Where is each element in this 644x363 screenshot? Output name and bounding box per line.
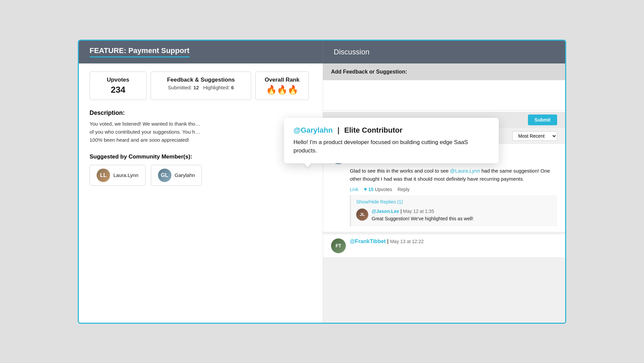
submit-button[interactable]: Submit bbox=[528, 115, 557, 125]
desc-italic: sooo bbox=[149, 137, 160, 143]
reply-date-1: May 12 at 1:35 bbox=[403, 209, 434, 214]
member-name-gary: Garylahn bbox=[175, 172, 195, 178]
popover-bio: Hello! I'm a product developer focused o… bbox=[293, 138, 489, 155]
reply-text-1: Great Suggestion! We've highlighted this… bbox=[372, 215, 552, 222]
highlighted-label: Highlighted: bbox=[203, 85, 230, 90]
feedback-header-label: Add Feedback or Suggestion: bbox=[331, 69, 407, 75]
comment-text-1: Glad to see this in the works and cool t… bbox=[350, 167, 557, 183]
rank-card: Overall Rank 🔥🔥🔥 bbox=[255, 72, 309, 100]
reply-sep-1: | bbox=[400, 209, 403, 214]
reply-button[interactable]: Reply bbox=[397, 187, 410, 192]
reply-content-1: @Jason.Lee | May 12 at 1:35 Great Sugges… bbox=[372, 209, 552, 222]
next-comment-sep: | bbox=[387, 238, 390, 244]
right-panel: Add Feedback or Suggestion: Submit Most … bbox=[323, 63, 565, 323]
description-section: Description: You voted, we listened! We … bbox=[90, 109, 312, 144]
desc-part2: of you who contributed your suggestions.… bbox=[90, 129, 195, 135]
left-panel: Upvotes 234 Feedback & Suggestions Submi… bbox=[79, 63, 323, 323]
upvote-count: 15 bbox=[368, 187, 374, 192]
comment-text-before: Glad to see this in the works and cool t… bbox=[350, 168, 450, 174]
link-button[interactable]: Link bbox=[350, 187, 359, 192]
app-container: FEATURE: Payment Support Discussion Upvo… bbox=[78, 40, 566, 324]
avatar-frank: FT bbox=[331, 238, 346, 253]
submitted-count: 12 bbox=[193, 85, 199, 90]
popover-title: @Garylahn | Elite Contributor bbox=[293, 126, 489, 135]
feedback-textarea[interactable] bbox=[323, 80, 565, 110]
discussion-title: Discussion bbox=[334, 48, 369, 56]
feedback-sub: Submitted: 12 Highlighted: 6 bbox=[158, 85, 244, 90]
next-comment-meta: @FrankTibbet | May 13 at 12:22 bbox=[350, 238, 424, 244]
reply-avatar-jason: JL bbox=[356, 209, 368, 221]
stats-row: Upvotes 234 Feedback & Suggestions Submi… bbox=[90, 72, 312, 100]
desc-part4: appreciated! bbox=[160, 137, 189, 143]
replies-section-1: Show/Hide Replies (1) JL @Jason.Lee | Ma… bbox=[350, 195, 557, 226]
description-text: You voted, we listened! We wanted to tha… bbox=[90, 120, 312, 144]
upvote-action: ♥ 15 Upvotes bbox=[364, 186, 392, 192]
comments-area: GL @Garylahn | May 12 at 1:24 Glad to se… bbox=[323, 144, 565, 323]
member-list: LL Laura.Lynn GL Garylahn bbox=[90, 165, 312, 186]
avatar-gary: GL bbox=[158, 169, 171, 182]
comment-mention[interactable]: @Laura.Lynn bbox=[450, 168, 480, 174]
show-hide-replies-button[interactable]: Show/Hide Replies (1) bbox=[356, 199, 403, 205]
header: FEATURE: Payment Support Discussion bbox=[79, 41, 565, 63]
heart-icon: ♥ bbox=[364, 186, 367, 192]
sort-select[interactable]: Most Recent Most Upvoted Oldest bbox=[513, 131, 557, 141]
reply-block-1: JL @Jason.Lee | May 12 at 1:35 Great Sug… bbox=[356, 209, 552, 222]
feedback-header: Add Feedback or Suggestion: bbox=[323, 63, 565, 80]
submitted-label: Submitted: bbox=[168, 85, 192, 90]
popover-at-name[interactable]: @Garylahn bbox=[293, 126, 333, 134]
main-layout: Upvotes 234 Feedback & Suggestions Submi… bbox=[79, 63, 565, 323]
feedback-label: Feedback & Suggestions bbox=[158, 77, 244, 83]
popover-separator: | bbox=[337, 126, 339, 134]
reply-author-1[interactable]: @Jason.Lee bbox=[372, 209, 399, 214]
user-popover: @Garylahn | Elite Contributor Hello! I'm… bbox=[284, 118, 499, 163]
page-title: FEATURE: Payment Support bbox=[90, 46, 190, 57]
comment-actions-1: Link ♥ 15 Upvotes Reply bbox=[350, 186, 557, 192]
rank-label: Overall Rank bbox=[262, 77, 302, 83]
next-comment-date: May 13 at 12:22 bbox=[390, 239, 424, 244]
member-card-gary: GL Garylahn bbox=[151, 165, 202, 186]
highlighted-count: 6 bbox=[231, 85, 234, 90]
feedback-card: Feedback & Suggestions Submitted: 12 Hig… bbox=[151, 72, 251, 100]
next-comment-author[interactable]: @FrankTibbet bbox=[350, 238, 386, 244]
suggested-title: Suggested by Community Member(s): bbox=[90, 153, 312, 160]
upvotes-card: Upvotes 234 bbox=[90, 72, 147, 100]
rank-icons: 🔥🔥🔥 bbox=[262, 85, 302, 95]
member-name-laura: Laura.Lynn bbox=[113, 172, 139, 178]
description-title: Description: bbox=[90, 109, 312, 117]
member-card-laura: LL Laura.Lynn bbox=[90, 165, 146, 186]
reply-meta-1: @Jason.Lee | May 12 at 1:35 bbox=[372, 209, 552, 214]
upvotes-value: 234 bbox=[97, 85, 140, 95]
upvotes-label: Upvotes bbox=[375, 187, 392, 192]
header-left: FEATURE: Payment Support bbox=[79, 41, 323, 63]
header-right: Discussion bbox=[323, 41, 565, 63]
comment-partial: FT @FrankTibbet | May 13 at 12:22 bbox=[323, 234, 565, 257]
desc-part3: 100% been heard and are bbox=[90, 137, 149, 143]
popover-role: Elite Contributor bbox=[344, 126, 402, 134]
upvotes-label: Upvotes bbox=[97, 77, 140, 83]
suggested-section: Suggested by Community Member(s): LL Lau… bbox=[90, 153, 312, 186]
avatar-laura: LL bbox=[97, 169, 110, 182]
desc-part1: You voted, we listened! We wanted to tha… bbox=[90, 121, 195, 127]
